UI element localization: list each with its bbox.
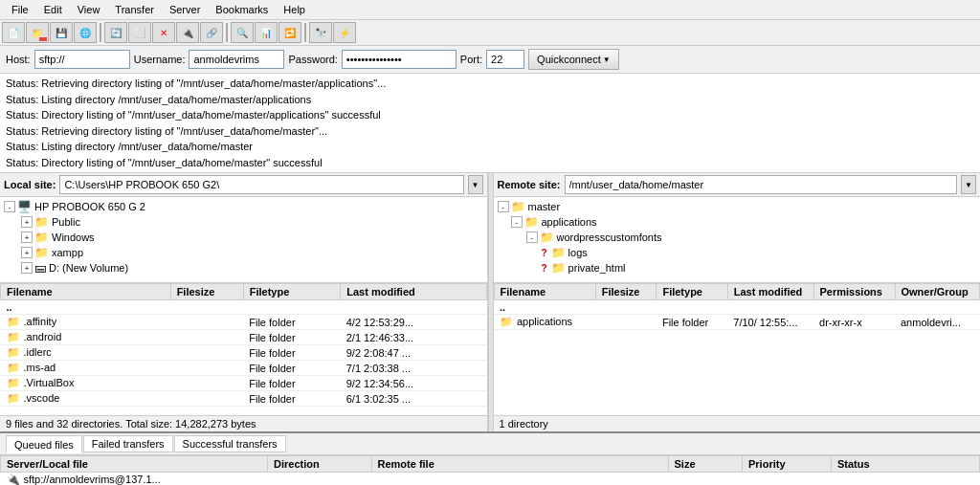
remote-table-row[interactable]: 📁applications File folder 7/10/ 12:55:..…: [494, 315, 980, 330]
local-table-row[interactable]: 📁.VirtualBox File folder 9/2 12:34:56...: [1, 376, 487, 391]
local-col-filetype[interactable]: Filetype: [243, 284, 341, 300]
remote-col-filetype[interactable]: Filetype: [657, 284, 727, 300]
transfer-col-remote[interactable]: Remote file: [371, 456, 668, 473]
tab-failed-transfers[interactable]: Failed transfers: [83, 435, 173, 452]
tree-item-windows[interactable]: + 📁 Windows: [2, 230, 485, 245]
local-table-row[interactable]: ..: [1, 300, 487, 315]
remote-cell-perms: [813, 300, 895, 315]
local-col-lastmod[interactable]: Last modified: [341, 284, 486, 300]
local-table-row[interactable]: 📁.affinity File folder 4/2 12:53:29...: [1, 315, 487, 330]
tree-expand-wpfonts[interactable]: -: [526, 231, 538, 243]
tree-item-public[interactable]: + 📁 Public: [2, 214, 485, 230]
toolbar-btn-cancel[interactable]: ✕: [152, 22, 175, 43]
local-col-filesize[interactable]: Filesize: [170, 284, 243, 300]
tree-item-logs[interactable]: ? 📁 logs: [496, 245, 979, 260]
tree-item-xampp[interactable]: + 📁 xampp: [2, 245, 485, 260]
transfer-col-priority[interactable]: Priority: [743, 456, 832, 473]
menu-server[interactable]: Server: [162, 2, 208, 17]
local-cell-type: File folder: [243, 345, 341, 361]
local-cell-type: File folder: [243, 315, 341, 330]
remote-col-filename[interactable]: Filename: [494, 284, 595, 300]
local-file-list[interactable]: Filename Filesize Filetype Last modified…: [0, 283, 487, 415]
menu-transfer[interactable]: Transfer: [107, 2, 162, 17]
toolbar-btn-open[interactable]: 📁: [26, 22, 49, 43]
tree-label-private: private_html: [568, 262, 626, 274]
tree-item-computer[interactable]: - 🖥️ HP PROBOOK 650 G 2: [2, 199, 485, 214]
local-table-row[interactable]: 📁.vscode File folder 6/1 3:02:35 ...: [1, 391, 487, 407]
transfer-table-row[interactable]: 🔌sftp://anmoldevrims@137.1...: [1, 473, 980, 486]
toolbar-btn-speedlimit[interactable]: ⚡: [333, 22, 356, 43]
remote-path-input[interactable]: [565, 175, 957, 194]
toolbar-btn-stop[interactable]: ⬜: [128, 22, 151, 43]
port-input[interactable]: [486, 50, 524, 69]
remote-tree-view[interactable]: - 📁 master - 📁 applications - 📁 wordpres…: [494, 197, 981, 283]
remote-table-row[interactable]: ..: [494, 300, 980, 315]
menu-help[interactable]: Help: [276, 2, 313, 17]
toolbar-btn-sync[interactable]: 🔁: [278, 22, 301, 43]
local-table-row[interactable]: 📁.idlerc File folder 9/2 2:08:47 ...: [1, 345, 487, 361]
username-input[interactable]: [189, 50, 284, 69]
local-path-input[interactable]: [59, 175, 463, 194]
tree-label-logs: logs: [568, 247, 588, 258]
tree-expand-master[interactable]: -: [498, 201, 509, 212]
tree-item-drive[interactable]: + 🖴 D: (New Volume): [2, 260, 485, 276]
tree-item-private-html[interactable]: ? 📁 private_html: [496, 260, 979, 276]
toolbar-btn-new[interactable]: 📄: [2, 22, 25, 43]
local-table-row[interactable]: 📁.ms-ad File folder 7/1 2:03:38 ...: [1, 361, 487, 376]
transfer-col-server[interactable]: Server/Local file: [1, 456, 268, 473]
tree-expand-drive[interactable]: +: [21, 262, 33, 274]
remote-cell-modified: [727, 300, 813, 315]
remote-col-lastmod[interactable]: Last modified: [727, 284, 813, 300]
quickconnect-button[interactable]: Quickconnect ▼: [528, 49, 619, 70]
toolbar-btn-search[interactable]: 🔭: [309, 22, 332, 43]
tab-successful-transfers[interactable]: Successful transfers: [174, 435, 286, 452]
menu-view[interactable]: View: [70, 2, 108, 17]
toolbar-group-3: 🔍 📊 🔁: [231, 22, 301, 43]
remote-file-table: Filename Filesize Filetype Last modified…: [494, 283, 981, 330]
tree-item-applications[interactable]: - 📁 applications: [496, 214, 979, 230]
quickconnect-dropdown-arrow[interactable]: ▼: [603, 55, 611, 64]
remote-cell-size: [595, 315, 657, 330]
tree-label-applications: applications: [542, 216, 597, 228]
toolbar-btn-reconnect[interactable]: 🔗: [200, 22, 223, 43]
toolbar-btn-dircomp[interactable]: 📊: [255, 22, 278, 43]
toolbar-btn-refresh[interactable]: 🔄: [104, 22, 127, 43]
menu-file[interactable]: File: [4, 2, 36, 17]
tree-expand-windows[interactable]: +: [21, 231, 33, 243]
tab-queued-files[interactable]: Queued files: [6, 435, 82, 453]
local-path-dropdown[interactable]: ▼: [468, 175, 483, 194]
host-input[interactable]: [34, 50, 130, 69]
toolbar-btn-filter[interactable]: 🔍: [231, 22, 254, 43]
transfer-list[interactable]: Server/Local file Direction Remote file …: [0, 455, 980, 485]
transfer-col-size[interactable]: Size: [668, 456, 743, 473]
remote-path-dropdown[interactable]: ▼: [961, 175, 976, 194]
remote-col-filesize[interactable]: Filesize: [595, 284, 657, 300]
local-panel-header: Local site: ▼: [0, 173, 487, 197]
password-input[interactable]: [342, 50, 457, 69]
local-col-filename[interactable]: Filename: [1, 284, 171, 300]
local-cell-name: 📁.idlerc: [1, 345, 171, 361]
tree-item-wordpresscustomfonts[interactable]: - 📁 wordpresscustomfonts: [496, 230, 979, 245]
remote-file-list[interactable]: Filename Filesize Filetype Last modified…: [494, 283, 981, 415]
tree-expand-public[interactable]: +: [21, 216, 33, 228]
remote-cell-size: [595, 300, 657, 315]
local-tree-view[interactable]: - 🖥️ HP PROBOOK 650 G 2 + 📁 Public + 📁 W…: [0, 197, 487, 283]
local-table-row[interactable]: 📁.android File folder 2/1 12:46:33...: [1, 330, 487, 345]
menu-edit[interactable]: Edit: [36, 2, 70, 17]
remote-col-perms[interactable]: Permissions: [813, 284, 895, 300]
tree-expand-applications[interactable]: -: [511, 216, 523, 228]
computer-icon: 🖥️: [17, 200, 32, 213]
toolbar-btn-save[interactable]: 💾: [50, 22, 73, 43]
tree-expand-computer[interactable]: -: [4, 201, 15, 212]
remote-col-owner[interactable]: Owner/Group: [895, 284, 980, 300]
toolbar-btn-disconnect[interactable]: 🔌: [176, 22, 199, 43]
remote-panel: Remote site: ▼ - 📁 master - 📁 applicatio…: [494, 173, 981, 431]
transfer-cell-server: 🔌sftp://anmoldevrims@137.1...: [1, 473, 268, 486]
menu-bookmarks[interactable]: Bookmarks: [208, 2, 276, 17]
tree-expand-xampp[interactable]: +: [21, 247, 33, 258]
status-panel: Status: Retrieving directory listing of …: [0, 74, 980, 173]
transfer-col-status[interactable]: Status: [832, 456, 980, 473]
toolbar-btn-site[interactable]: 🌐: [74, 22, 97, 43]
tree-item-master[interactable]: - 📁 master: [496, 199, 979, 214]
transfer-col-direction[interactable]: Direction: [268, 456, 372, 473]
